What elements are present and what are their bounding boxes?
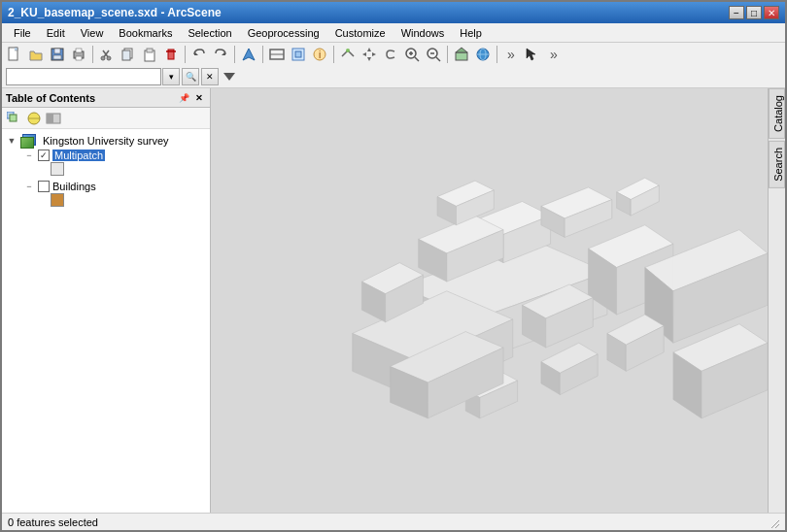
title-controls: − □ ✕ bbox=[729, 6, 779, 19]
toc-header-buttons: 📌 ✕ bbox=[177, 91, 206, 105]
more-button[interactable]: » bbox=[501, 45, 521, 64]
search-input[interactable] bbox=[6, 68, 161, 85]
zoom-scene-button[interactable] bbox=[452, 45, 471, 64]
paste-button[interactable] bbox=[140, 45, 159, 64]
pan-button[interactable] bbox=[359, 45, 379, 64]
toc-content: ▼ Kingston University survey − Multipatc… bbox=[2, 129, 210, 513]
separator-3 bbox=[234, 46, 235, 63]
layer-group-kingstonsurvey: ▼ Kingston University survey − Multipatc… bbox=[6, 133, 206, 207]
list-by-visibility-button[interactable] bbox=[45, 110, 62, 127]
svg-rect-50 bbox=[47, 114, 53, 123]
svg-rect-14 bbox=[147, 49, 153, 52]
svg-line-101 bbox=[775, 524, 779, 528]
save-button[interactable] bbox=[48, 45, 67, 64]
status-bar: 0 features selected bbox=[2, 513, 785, 530]
svg-point-26 bbox=[346, 49, 350, 52]
search-tab[interactable]: Search bbox=[769, 141, 785, 188]
layer-group-header[interactable]: ▼ Kingston University survey bbox=[6, 133, 206, 149]
minimize-button[interactable]: − bbox=[729, 6, 744, 19]
svg-point-9 bbox=[101, 56, 105, 60]
toc-pin-button[interactable]: 📌 bbox=[177, 91, 190, 105]
multipatch-checkbox[interactable] bbox=[38, 150, 50, 161]
arrow-tool[interactable] bbox=[523, 45, 542, 64]
svg-rect-23 bbox=[295, 51, 301, 57]
svg-marker-27 bbox=[367, 48, 371, 51]
globe-button[interactable] bbox=[473, 45, 493, 64]
menu-bookmarks[interactable]: Bookmarks bbox=[111, 25, 180, 41]
buildings-layer-item[interactable]: − Buildings bbox=[6, 180, 206, 193]
toc-close-button[interactable]: ✕ bbox=[192, 91, 206, 105]
scene-view[interactable] bbox=[211, 88, 768, 513]
svg-text:i: i bbox=[319, 50, 321, 60]
toc-title: Table of Contents bbox=[6, 92, 95, 104]
toolbar-area: i » bbox=[2, 43, 785, 88]
svg-line-32 bbox=[415, 57, 419, 61]
multipatch-symbol-row bbox=[6, 162, 206, 176]
expand-icon: ▼ bbox=[6, 135, 17, 147]
zoom-in-button[interactable] bbox=[402, 45, 422, 64]
zoom-out-button[interactable] bbox=[424, 45, 443, 64]
open-button[interactable] bbox=[26, 45, 46, 64]
search-clear-button[interactable]: ✕ bbox=[201, 68, 219, 85]
close-button[interactable]: ✕ bbox=[764, 6, 779, 19]
svg-rect-3 bbox=[53, 55, 61, 59]
rotate-button[interactable] bbox=[381, 45, 400, 64]
search-dropdown-button[interactable]: ▾ bbox=[162, 68, 180, 85]
undo-button[interactable] bbox=[189, 45, 209, 64]
svg-marker-29 bbox=[362, 52, 366, 56]
fly-button[interactable] bbox=[338, 45, 358, 64]
toolbar-row-1: i » bbox=[2, 43, 785, 66]
separator-7 bbox=[496, 46, 497, 63]
multipatch-label: Multipatch bbox=[52, 150, 105, 161]
copy-button[interactable] bbox=[119, 45, 138, 64]
group-layer-icon bbox=[20, 134, 36, 148]
print-button[interactable] bbox=[69, 45, 88, 64]
main-content: Table of Contents 📌 ✕ bbox=[2, 88, 785, 513]
svg-line-36 bbox=[436, 57, 440, 61]
main-window: 2_KU_basemap_scene.sxd - ArcScene − □ ✕ … bbox=[0, 0, 787, 532]
svg-rect-2 bbox=[54, 49, 60, 53]
svg-marker-39 bbox=[456, 48, 467, 52]
separator-1 bbox=[92, 46, 93, 63]
new-button[interactable] bbox=[5, 45, 24, 64]
select-button[interactable] bbox=[289, 45, 308, 64]
svg-rect-5 bbox=[76, 49, 82, 52]
buildings-label: Buildings bbox=[52, 181, 96, 192]
menu-view[interactable]: View bbox=[73, 25, 112, 41]
search-go-button[interactable]: 🔍 bbox=[182, 68, 199, 85]
list-by-drawing-order-button[interactable] bbox=[6, 110, 23, 127]
multipatch-layer-item[interactable]: − Multipatch bbox=[6, 149, 206, 162]
buildings-symbol-row bbox=[6, 193, 206, 207]
right-panel: Catalog Search bbox=[768, 88, 785, 513]
svg-marker-43 bbox=[527, 49, 535, 60]
resize-handle[interactable] bbox=[768, 516, 779, 528]
menu-help[interactable]: Help bbox=[452, 25, 490, 41]
group-layer-label: Kingston University survey bbox=[43, 135, 169, 147]
catalog-tab[interactable]: Catalog bbox=[769, 88, 785, 139]
zoom-full-button[interactable] bbox=[267, 45, 287, 64]
buildings-checkbox[interactable] bbox=[38, 181, 50, 192]
buildings-symbol bbox=[51, 193, 64, 207]
separator-4 bbox=[262, 46, 263, 63]
expand-search-button[interactable] bbox=[222, 69, 237, 84]
separator-2 bbox=[185, 46, 186, 63]
toc-header: Table of Contents 📌 ✕ bbox=[2, 88, 210, 108]
cut-button[interactable] bbox=[97, 45, 117, 64]
window-title: 2_KU_basemap_scene.sxd - ArcScene bbox=[8, 6, 222, 19]
svg-point-10 bbox=[107, 56, 111, 60]
menu-edit[interactable]: Edit bbox=[39, 25, 73, 41]
menu-selection[interactable]: Selection bbox=[180, 25, 239, 41]
menu-file[interactable]: File bbox=[6, 25, 39, 41]
navigate-button[interactable] bbox=[239, 45, 258, 64]
more-button-2[interactable]: » bbox=[544, 45, 564, 64]
separator-5 bbox=[333, 46, 334, 63]
maximize-button[interactable]: □ bbox=[746, 6, 762, 19]
toc-panel: Table of Contents 📌 ✕ bbox=[2, 88, 211, 513]
identify-button[interactable]: i bbox=[310, 45, 329, 64]
menu-windows[interactable]: Windows bbox=[394, 25, 453, 41]
menu-customize[interactable]: Customize bbox=[327, 25, 394, 41]
delete-button[interactable] bbox=[161, 45, 181, 64]
redo-button[interactable] bbox=[211, 45, 230, 64]
list-by-source-button[interactable] bbox=[25, 110, 43, 127]
menu-geoprocessing[interactable]: Geoprocessing bbox=[240, 25, 327, 41]
